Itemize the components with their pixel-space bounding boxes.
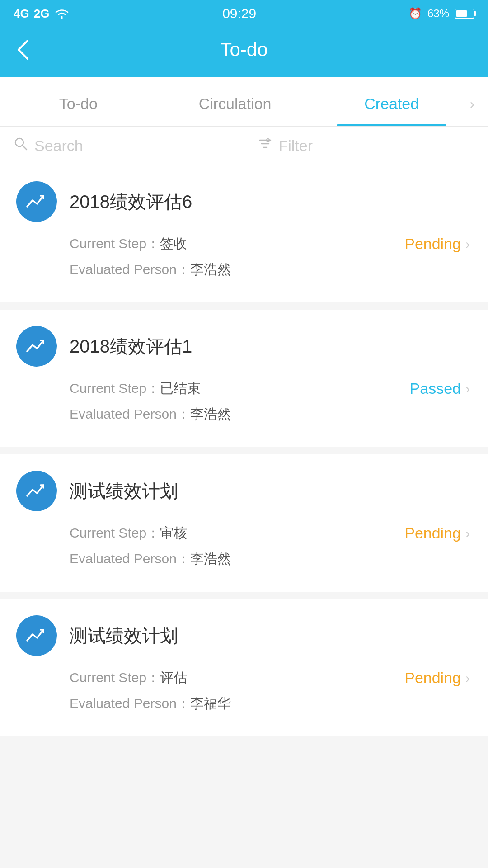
evaluated-person-label: Evaluated Person：李浩然 <box>70 260 231 279</box>
list-item[interactable]: 测试绩效计划 Current Step：审核 Pending › Evaluat… <box>0 454 488 592</box>
search-icon <box>14 137 28 155</box>
tab-bar: To-do Circulation Created › <box>0 77 488 127</box>
current-step-value: 评估 <box>160 670 187 685</box>
search-section[interactable]: Search <box>14 137 230 155</box>
evaluated-person-label: Evaluated Person：李福华 <box>70 694 231 713</box>
current-step-value: 已结束 <box>160 381 201 396</box>
item-person-row: Evaluated Person：李浩然 <box>70 405 470 424</box>
search-filter-divider <box>244 136 244 156</box>
list-item[interactable]: 2018绩效评估6 Current Step：签收 Pending › Eval… <box>0 165 488 302</box>
chevron-right-icon: › <box>465 236 470 252</box>
item-icon <box>16 326 57 367</box>
header: To-do <box>0 27 488 77</box>
status-badge: Pending <box>404 669 461 687</box>
evaluated-person-label: Evaluated Person：李浩然 <box>70 405 231 424</box>
item-person-row: Evaluated Person：李福华 <box>70 694 470 713</box>
item-person-row: Evaluated Person：李浩然 <box>70 550 470 568</box>
tab-created[interactable]: Created <box>313 77 470 126</box>
evaluated-person-value: 李福华 <box>190 696 231 711</box>
item-body: Current Step：评估 Pending › Evaluated Pers… <box>16 669 470 713</box>
item-body: Current Step：签收 Pending › Evaluated Pers… <box>16 235 470 279</box>
filter-icon <box>258 137 272 155</box>
item-step-row: Current Step：评估 Pending › <box>70 669 470 687</box>
item-body: Current Step：审核 Pending › Evaluated Pers… <box>16 524 470 568</box>
item-status: Pending › <box>404 235 470 253</box>
item-title: 2018绩效评估6 <box>70 189 192 214</box>
filter-section[interactable]: Filter <box>258 137 475 155</box>
current-step-label: Current Step：已结束 <box>70 379 201 398</box>
item-icon <box>16 615 57 656</box>
evaluated-person-value: 李浩然 <box>190 551 231 566</box>
list-item-header: 2018绩效评估1 <box>16 326 470 367</box>
item-person-row: Evaluated Person：李浩然 <box>70 260 470 279</box>
item-title: 2018绩效评估1 <box>70 334 192 359</box>
status-bar: 4G 2G 09:29 ⏰ 63% <box>0 0 488 27</box>
current-step-label: Current Step：评估 <box>70 669 187 687</box>
items-list: 2018绩效评估6 Current Step：签收 Pending › Eval… <box>0 165 488 736</box>
alarm-icon: ⏰ <box>408 7 422 20</box>
tab-more-arrow[interactable]: › <box>470 78 488 125</box>
current-step-label: Current Step：签收 <box>70 235 187 253</box>
signal-2g: 2G <box>34 7 50 21</box>
current-step-label: Current Step：审核 <box>70 524 187 542</box>
list-item[interactable]: 2018绩效评估1 Current Step：已结束 Passed › Eval… <box>0 310 488 447</box>
evaluated-person-label: Evaluated Person：李浩然 <box>70 550 231 568</box>
status-badge: Passed <box>410 380 461 397</box>
page-title: To-do <box>220 39 267 61</box>
status-badge: Pending <box>404 524 461 542</box>
chevron-right-icon: › <box>465 526 470 541</box>
item-title: 测试绩效计划 <box>70 623 178 648</box>
item-step-row: Current Step：签收 Pending › <box>70 235 470 253</box>
battery-icon <box>455 9 474 19</box>
signal-info: 4G 2G <box>14 7 70 21</box>
status-badge: Pending <box>404 235 461 253</box>
evaluated-person-value: 李浩然 <box>190 262 231 277</box>
item-status: Pending › <box>404 524 470 542</box>
status-time: 09:29 <box>222 6 256 21</box>
list-item-header: 2018绩效评估6 <box>16 181 470 222</box>
search-placeholder: Search <box>34 137 83 155</box>
item-icon <box>16 471 57 511</box>
wifi-icon <box>54 8 70 19</box>
item-body: Current Step：已结束 Passed › Evaluated Pers… <box>16 379 470 424</box>
status-right: ⏰ 63% <box>408 7 474 20</box>
signal-4g: 4G <box>14 7 29 21</box>
list-item-header: 测试绩效计划 <box>16 471 470 511</box>
item-status: Passed › <box>410 380 470 397</box>
list-item-header: 测试绩效计划 <box>16 615 470 656</box>
item-step-row: Current Step：审核 Pending › <box>70 524 470 542</box>
item-step-row: Current Step：已结束 Passed › <box>70 379 470 398</box>
search-bar: Search Filter <box>0 127 488 165</box>
svg-line-1 <box>22 145 27 150</box>
battery-percent: 63% <box>427 7 449 20</box>
filter-label: Filter <box>279 137 313 155</box>
tab-todo[interactable]: To-do <box>0 77 157 126</box>
current-step-value: 审核 <box>160 525 187 540</box>
evaluated-person-value: 李浩然 <box>190 406 231 421</box>
chevron-right-icon: › <box>465 381 470 396</box>
item-icon <box>16 181 57 222</box>
list-item[interactable]: 测试绩效计划 Current Step：评估 Pending › Evaluat… <box>0 599 488 736</box>
tab-circulation[interactable]: Circulation <box>157 77 314 126</box>
item-status: Pending › <box>404 669 470 687</box>
item-title: 测试绩效计划 <box>70 479 178 504</box>
chevron-right-icon: › <box>465 670 470 686</box>
current-step-value: 签收 <box>160 236 187 251</box>
back-button[interactable] <box>16 38 30 61</box>
